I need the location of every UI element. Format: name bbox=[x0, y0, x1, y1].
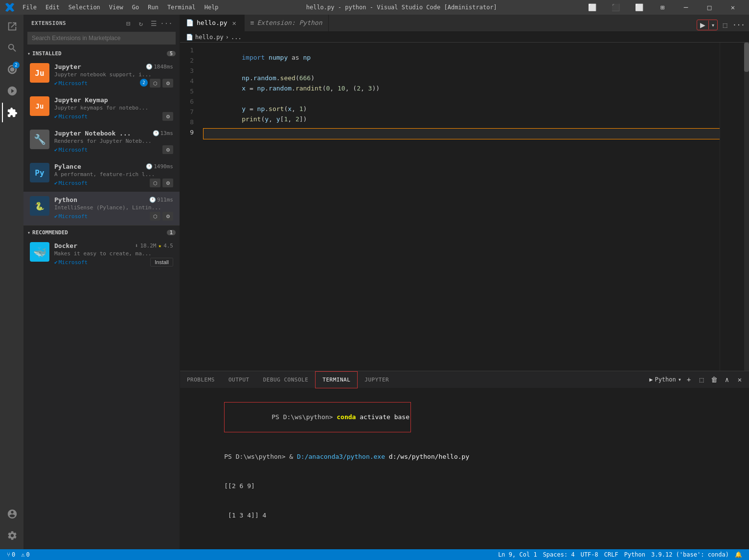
activity-extensions[interactable] bbox=[2, 103, 22, 122]
terminal-line-2: PS D:\ws\python> & D:/anaconda3/python.e… bbox=[186, 442, 743, 471]
layout-btn-1[interactable]: ⬜ bbox=[581, 0, 603, 15]
ext-python-manage-btn[interactable]: ⚙ bbox=[162, 212, 173, 221]
minimize-button[interactable]: ─ bbox=[675, 0, 697, 15]
layout-btn-4[interactable]: ⊞ bbox=[651, 0, 674, 15]
scrollbar-thumb[interactable] bbox=[744, 43, 749, 72]
ext-jupyter-manage-btn[interactable]: ⚙ bbox=[162, 79, 173, 88]
close-panel-button[interactable]: ✕ bbox=[734, 374, 745, 385]
layout-btn-3[interactable]: ⬜ bbox=[628, 0, 650, 15]
terminal-shell-label: Python bbox=[655, 376, 676, 383]
ext-jupyter-desc: Jupyter notebook support, i... bbox=[54, 71, 173, 78]
chevron-icon: ▾ bbox=[27, 51, 30, 56]
term-output-1: [[2 6 9] bbox=[224, 482, 255, 490]
maximize-button[interactable]: □ bbox=[698, 0, 721, 15]
more-button[interactable]: ··· bbox=[161, 18, 172, 29]
ext-docker-meta: ⬇ 18.2M ★ 4.5 bbox=[135, 243, 173, 249]
panel-tab-jupyter[interactable]: JUPYTER bbox=[358, 371, 396, 388]
status-git-branch[interactable]: ⑂ 0 bbox=[4, 549, 18, 560]
status-bar: ⑂ 0 ⚠ 0 Ln 9, Col 1 Spaces: 4 UTF-8 CRLF… bbox=[0, 549, 749, 560]
ext-item-jupyter-keymap[interactable]: Ju Jupyter Keymap Jupyter keymaps for no… bbox=[23, 92, 180, 125]
scrollbar[interactable] bbox=[744, 43, 749, 371]
ext-pylance-vscode-btn[interactable]: ⬡ bbox=[150, 179, 160, 187]
activity-search[interactable] bbox=[2, 38, 22, 58]
clear-button[interactable]: ☰ bbox=[148, 18, 159, 29]
tab-actions: ▶ ▾ ⬚ ··· bbox=[697, 19, 749, 31]
terminal-shell-selector[interactable]: ▶ Python ▾ bbox=[649, 376, 681, 383]
code-line-6: y = np.sort(x, 1) bbox=[204, 98, 720, 108]
ext-jnotebook-manage-btn[interactable]: ⚙ bbox=[162, 145, 173, 154]
split-editor-button[interactable]: ⬚ bbox=[719, 19, 731, 31]
panel-tab-debug-console[interactable]: DEBUG CONSOLE bbox=[256, 371, 316, 388]
code-content[interactable]: import numpy as np np.random.seed(666) x… bbox=[200, 43, 720, 371]
ext-pylance-manage-btn[interactable]: ⚙ bbox=[162, 179, 173, 187]
ext-item-python[interactable]: 🐍 Python 🕐 911ms IntelliSense (Pylance),… bbox=[23, 192, 180, 225]
maximize-panel-button[interactable]: ∧ bbox=[722, 374, 732, 385]
ext-item-jupyter[interactable]: Ju Jupyter 🕐 1848ms Jupyter notebook sup… bbox=[23, 59, 180, 92]
new-terminal-button[interactable]: + bbox=[683, 374, 694, 385]
more-actions-button[interactable]: ··· bbox=[732, 19, 745, 31]
status-position[interactable]: Ln 9, Col 1 bbox=[495, 549, 540, 560]
status-errors[interactable]: ⚠ 0 bbox=[18, 549, 32, 560]
tab-hello-close[interactable]: ✕ bbox=[230, 19, 238, 27]
clock-icon-2: 🕐 bbox=[153, 130, 159, 136]
ext-jkeymap-manage-btn[interactable]: ⚙ bbox=[162, 112, 173, 121]
search-input[interactable] bbox=[27, 32, 176, 45]
installed-section-header[interactable]: ▾ INSTALLED 5 bbox=[23, 48, 180, 59]
menu-view[interactable]: View bbox=[105, 3, 127, 12]
activity-git[interactable]: 2 bbox=[2, 60, 22, 79]
tab-extension-python[interactable]: ≡ Extension: Python bbox=[245, 15, 329, 31]
activity-settings[interactable] bbox=[2, 526, 22, 545]
activity-account[interactable] bbox=[2, 504, 22, 524]
ext-jnotebook-info: Jupyter Notebook ... 🕐 13ms Renderers fo… bbox=[54, 130, 173, 154]
ext-item-docker[interactable]: 🐳 Docker ⬇ 18.2M ★ 4.5 Makes it easy to … bbox=[23, 238, 180, 271]
terminal-shell-icon: ▶ bbox=[649, 376, 653, 383]
menu-terminal[interactable]: Terminal bbox=[163, 3, 200, 12]
menu-go[interactable]: Go bbox=[128, 3, 143, 12]
activity-debug[interactable] bbox=[2, 81, 22, 101]
recommended-section-header[interactable]: ▾ RECOMMENDED 1 bbox=[23, 227, 180, 238]
ext-item-pylance[interactable]: Py Pylance 🕐 1490ms A performant, featur… bbox=[23, 158, 180, 192]
recommended-label: RECOMMENDED bbox=[32, 229, 68, 236]
layout-btn-2[interactable]: ⬛ bbox=[604, 0, 627, 15]
panel-tab-terminal[interactable]: TERMINAL bbox=[315, 371, 358, 388]
run-dropdown-button[interactable]: ▾ bbox=[709, 22, 717, 29]
breadcrumb-file[interactable]: hello.py bbox=[195, 34, 224, 41]
status-right: Ln 9, Col 1 Spaces: 4 UTF-8 CRLF Python … bbox=[495, 549, 745, 560]
menu-run[interactable]: Run bbox=[144, 3, 162, 12]
filter-button[interactable]: ⊟ bbox=[123, 18, 134, 29]
ext-python-vscode-btn[interactable]: ⬡ bbox=[150, 212, 160, 221]
refresh-button[interactable]: ↻ bbox=[136, 18, 146, 29]
terminal[interactable]: PS D:\ws\python> conda activate base PS … bbox=[180, 388, 749, 532]
breadcrumb-rest[interactable]: ... bbox=[231, 34, 242, 41]
panel-tab-output[interactable]: OUTPUT bbox=[222, 371, 256, 388]
menu-file[interactable]: File bbox=[19, 3, 41, 12]
ext-jupyter-vscode-btn[interactable]: ⬡ bbox=[150, 79, 160, 88]
ext-pylance-time: 🕐 1490ms bbox=[146, 163, 173, 170]
status-eol[interactable]: CRLF bbox=[601, 549, 621, 560]
extensions-sidebar: EXTENSIONS ⊟ ↻ ☰ ··· ▾ INSTALLED 5 Ju Ju… bbox=[23, 15, 180, 549]
status-encoding[interactable]: UTF-8 bbox=[578, 549, 601, 560]
window-controls: ⬜ ⬛ ⬜ ⊞ ─ □ ✕ bbox=[581, 0, 744, 15]
ext-jupyter-time: 🕐 1848ms bbox=[146, 64, 173, 70]
panel-tab-problems[interactable]: PROBLEMS bbox=[180, 371, 222, 388]
ext-pylance-footer: ✔ Microsoft ⬡ ⚙ bbox=[54, 179, 173, 187]
ext-python-footer: ✔ Microsoft ⬡ ⚙ bbox=[54, 212, 173, 221]
ext-docker-buttons: Install bbox=[150, 258, 173, 267]
status-language[interactable]: Python bbox=[621, 549, 648, 560]
status-spaces[interactable]: Spaces: 4 bbox=[540, 549, 578, 560]
activity-explorer[interactable] bbox=[2, 17, 22, 36]
menu-selection[interactable]: Selection bbox=[65, 3, 104, 12]
close-button[interactable]: ✕ bbox=[722, 0, 744, 15]
run-code-button[interactable]: ▶ bbox=[697, 20, 708, 30]
tab-hello-py[interactable]: 📄 hello.py ✕ bbox=[180, 15, 245, 31]
status-python-env[interactable]: 3.9.12 ('base': conda) bbox=[648, 549, 732, 560]
menu-edit[interactable]: Edit bbox=[42, 3, 64, 12]
status-notifications[interactable]: 🔔 bbox=[732, 549, 745, 560]
ext-item-jupyter-notebook[interactable]: 🔧 Jupyter Notebook ... 🕐 13ms Renderers … bbox=[23, 125, 180, 158]
kill-terminal-button[interactable]: 🗑 bbox=[709, 374, 720, 385]
line-5: 5 bbox=[180, 88, 200, 98]
menu-help[interactable]: Help bbox=[201, 3, 223, 12]
ext-docker-install-btn[interactable]: Install bbox=[150, 258, 173, 267]
split-terminal-button[interactable]: ⬚ bbox=[696, 374, 707, 385]
jkeymap-verified: ✔ Microsoft bbox=[54, 113, 88, 120]
